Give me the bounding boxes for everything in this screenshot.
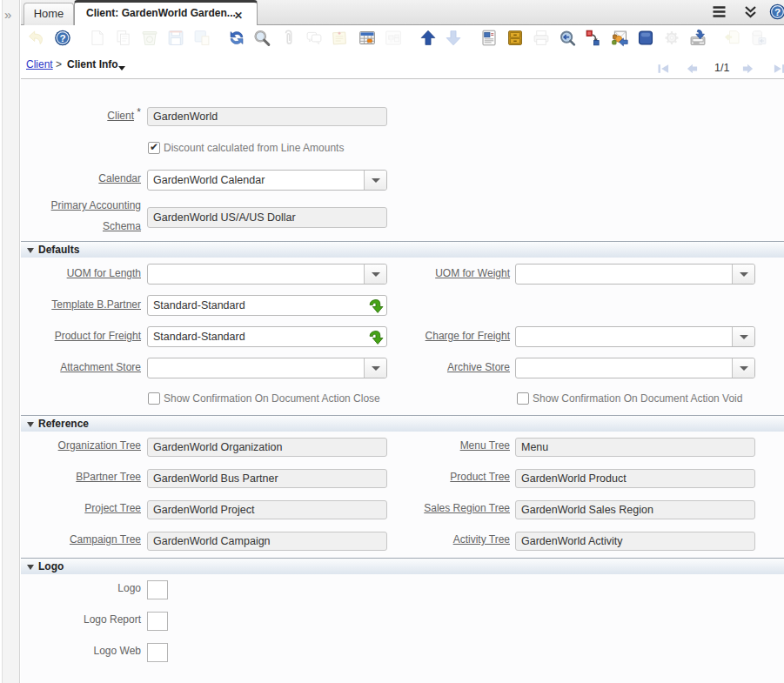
svg-text:?: ? [59,32,65,44]
svg-text:?: ? [774,6,781,18]
